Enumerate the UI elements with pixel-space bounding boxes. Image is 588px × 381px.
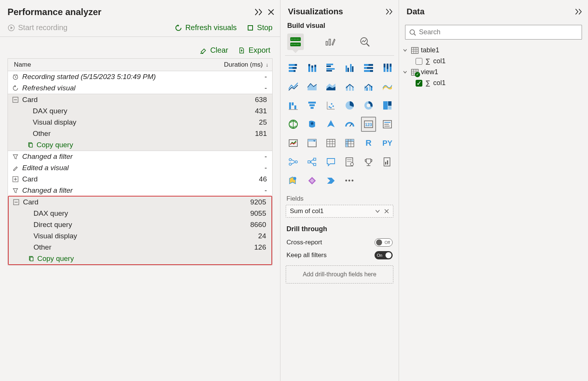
- viz-pie-icon[interactable]: [342, 98, 357, 113]
- viz-goals-icon[interactable]: [361, 154, 376, 169]
- stop-button[interactable]: Stop: [247, 23, 273, 32]
- viz-card-icon[interactable]: 123: [361, 117, 376, 132]
- row-card2[interactable]: Card 46: [8, 174, 272, 185]
- svg-point-127: [410, 30, 414, 34]
- search-field[interactable]: [419, 28, 578, 36]
- viz-ribbon-icon[interactable]: [380, 79, 395, 94]
- viz-decomposition-tree-icon[interactable]: [305, 154, 320, 169]
- row-card3-visual-display[interactable]: Visual display24: [9, 230, 271, 242]
- row-recording-started[interactable]: Recording started (5/15/2023 5:10:49 PM)…: [8, 71, 272, 82]
- viz-table-icon[interactable]: [323, 136, 338, 151]
- checkbox[interactable]: ✓: [416, 80, 422, 87]
- chevron-down-icon[interactable]: [375, 209, 380, 214]
- collapse-minus-icon[interactable]: [12, 96, 19, 104]
- build-visual-label: Build visual: [280, 20, 399, 32]
- row-card1-dax[interactable]: DAX query431: [8, 105, 272, 117]
- viz-slicer-icon[interactable]: [305, 136, 320, 151]
- viz-line-clustered-column-icon[interactable]: [361, 79, 376, 94]
- row-card1-other[interactable]: Other181: [8, 128, 272, 139]
- drill-through-dropzone[interactable]: Add drill-through fields here: [286, 265, 393, 283]
- expand-plus-icon[interactable]: [12, 175, 19, 183]
- row-changed-filter-2[interactable]: Changed a filter -: [8, 185, 272, 196]
- viz-stacked-area-icon[interactable]: [323, 79, 338, 94]
- viz-azure-map-icon[interactable]: [323, 117, 338, 132]
- row-changed-filter-1[interactable]: Changed a filter -: [8, 151, 272, 162]
- start-recording-label: Start recording: [18, 23, 67, 32]
- viz-key-influencers-icon[interactable]: [286, 154, 301, 169]
- remove-field-icon[interactable]: [384, 209, 389, 214]
- viz-stacked-bar-icon[interactable]: [286, 60, 301, 75]
- column-name[interactable]: Name: [12, 61, 203, 69]
- viz-100-stacked-column-icon[interactable]: [380, 60, 395, 75]
- viz-map-icon[interactable]: [286, 117, 301, 132]
- row-card3-directquery[interactable]: Direct query8660: [9, 219, 271, 230]
- collapse-minus-icon[interactable]: [12, 198, 20, 206]
- tab-analytics[interactable]: [356, 34, 373, 50]
- keep-filters-toggle[interactable]: On: [375, 251, 393, 259]
- tree-table1[interactable]: table1: [403, 45, 584, 56]
- viz-paginated-report-icon[interactable]: [380, 154, 395, 169]
- pane-title: Visualizations: [288, 7, 343, 17]
- tree-table1-col1[interactable]: ∑ col1: [403, 56, 584, 67]
- checkbox[interactable]: [416, 58, 422, 65]
- row-card3[interactable]: Card 9205: [9, 197, 271, 208]
- viz-scatter-icon[interactable]: [323, 98, 338, 113]
- chevron-down-icon: [403, 48, 409, 53]
- tree-view1-col1[interactable]: ✓ ∑ col1: [403, 78, 584, 88]
- collapse-icon[interactable]: [574, 8, 583, 16]
- viz-treemap-icon[interactable]: [380, 98, 395, 113]
- viz-power-automate-icon[interactable]: [323, 173, 338, 188]
- viz-funnel-icon[interactable]: [305, 98, 320, 113]
- viz-arcgis-icon[interactable]: [286, 173, 301, 188]
- viz-multi-row-card-icon[interactable]: [380, 117, 395, 132]
- row-refreshed-visual[interactable]: Refreshed visual -: [8, 82, 272, 94]
- viz-donut-icon[interactable]: [361, 98, 376, 113]
- viz-filled-map-icon[interactable]: [305, 117, 320, 132]
- viz-100-stacked-bar-icon[interactable]: [361, 60, 376, 75]
- pane-title: Performance analyzer: [8, 7, 101, 17]
- svg-rect-39: [326, 66, 331, 67]
- row-card1[interactable]: Card 638: [8, 94, 272, 105]
- collapse-icon[interactable]: [254, 8, 263, 16]
- row-card3-other[interactable]: Other126: [9, 242, 271, 253]
- refresh-visuals-button[interactable]: Refresh visuals: [175, 23, 237, 32]
- viz-smart-narrative-icon[interactable]: [342, 154, 357, 169]
- svg-point-74: [329, 106, 330, 108]
- tab-format-visual[interactable]: [322, 34, 338, 50]
- row-edited-visual[interactable]: Edited a visual -: [8, 162, 272, 174]
- viz-more-icon[interactable]: •••: [342, 173, 357, 188]
- viz-clustered-column-icon[interactable]: [342, 60, 357, 75]
- pane-title: Data: [407, 7, 425, 17]
- viz-r-script-icon[interactable]: R: [361, 136, 376, 151]
- viz-python-icon[interactable]: PY: [380, 136, 395, 151]
- search-input[interactable]: [405, 25, 582, 40]
- tree-view1[interactable]: ✓ view1: [403, 67, 584, 78]
- viz-line-stacked-column-icon[interactable]: [342, 79, 357, 94]
- viz-gauge-icon[interactable]: [342, 117, 357, 132]
- field-well[interactable]: Sum of col1: [286, 205, 393, 218]
- viz-clustered-bar-icon[interactable]: [323, 60, 338, 75]
- clear-button[interactable]: Clear: [200, 46, 228, 55]
- viz-stacked-column-icon[interactable]: [305, 60, 320, 75]
- viz-line-icon[interactable]: [286, 79, 301, 94]
- viz-kpi-icon[interactable]: [286, 136, 301, 151]
- row-card3-dax[interactable]: DAX query9055: [9, 208, 271, 219]
- tab-build-visual[interactable]: [287, 34, 304, 50]
- row-card1-visual-display[interactable]: Visual display25: [8, 117, 272, 128]
- column-duration[interactable]: Duration (ms) ↓: [203, 61, 268, 69]
- row-card3-copy[interactable]: Copy query: [9, 253, 271, 264]
- collapse-icon[interactable]: [385, 8, 393, 16]
- clock-icon: [12, 73, 19, 81]
- viz-area-icon[interactable]: [305, 79, 320, 94]
- close-icon[interactable]: [267, 8, 275, 16]
- viz-powerapps-icon[interactable]: [305, 173, 320, 188]
- svg-rect-31: [294, 70, 296, 72]
- copy-icon: [27, 255, 35, 262]
- row-card1-copy[interactable]: Copy query: [8, 139, 272, 151]
- export-button[interactable]: Export: [238, 46, 270, 55]
- cross-report-toggle[interactable]: Off: [375, 238, 393, 247]
- viz-qna-icon[interactable]: [323, 154, 338, 169]
- viz-matrix-icon[interactable]: [342, 136, 357, 151]
- viz-waterfall-icon[interactable]: [286, 98, 301, 113]
- data-pane: Data table1 ∑ col1: [399, 0, 588, 381]
